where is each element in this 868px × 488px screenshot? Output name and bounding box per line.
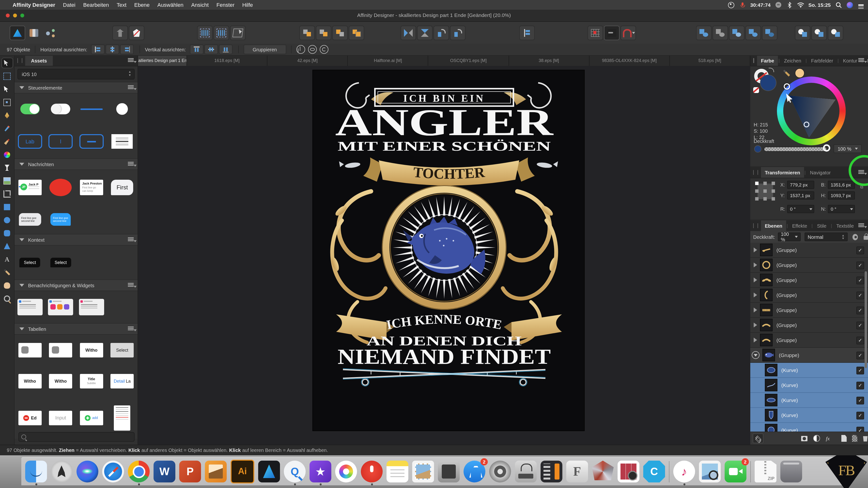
- rotate-ccw-button[interactable]: [434, 26, 449, 40]
- lock-icon[interactable]: [864, 236, 868, 240]
- pencil-tool[interactable]: [2, 123, 12, 133]
- assets-tab[interactable]: Assets: [25, 55, 53, 66]
- layer-visibility-checkbox[interactable]: ✓: [857, 277, 864, 284]
- artistic-text-tool[interactable]: A: [2, 254, 12, 264]
- ellipse-tool[interactable]: [2, 215, 12, 225]
- layer-name[interactable]: (Gruppe): [776, 337, 797, 343]
- order-backward-button[interactable]: [316, 26, 331, 40]
- asset-item-field-dash[interactable]: [80, 134, 104, 149]
- insert-erase-button[interactable]: [129, 26, 144, 40]
- layer-row[interactable]: (Gruppe)✓: [750, 243, 868, 258]
- order-front-button[interactable]: [349, 26, 364, 40]
- layer-row[interactable]: (Gruppe)✓: [750, 333, 868, 348]
- dock-app-preview[interactable]: [699, 461, 721, 482]
- document-tab[interactable]: 42.eps [M]: [268, 55, 348, 66]
- dock-app-powerpoint[interactable]: P: [179, 461, 201, 482]
- layer-name[interactable]: (Gruppe): [779, 352, 799, 358]
- dock-app-word[interactable]: W: [154, 461, 175, 482]
- asset-item-toggle-on[interactable]: [20, 104, 40, 114]
- dock-app-launchpad[interactable]: [51, 461, 73, 482]
- layer-name[interactable]: (Kurve): [781, 412, 798, 418]
- asset-item-picker-list[interactable]: [112, 134, 133, 149]
- transform-input-h[interactable]: 1093,7 px: [828, 191, 855, 200]
- opacity-slider[interactable]: [764, 147, 827, 152]
- asset-section-header[interactable]: Kontext: [14, 234, 137, 246]
- dock-app-sysprefs[interactable]: [489, 461, 511, 482]
- tab-farbe[interactable]: Farbe: [757, 55, 778, 66]
- menu-item-hilfe[interactable]: Hilfe: [242, 2, 253, 8]
- layer-row[interactable]: (Kurve)✓: [750, 378, 868, 393]
- canvas[interactable]: ICH BIN EIN ANGLER MIT EINER SCHÖNEN: [138, 66, 750, 445]
- layer-row[interactable]: (Kurve)✓: [750, 393, 868, 408]
- layer-name[interactable]: (Gruppe): [776, 262, 797, 268]
- move-tool[interactable]: [2, 58, 12, 68]
- insert-carve-button[interactable]: [113, 26, 128, 40]
- expand-icon[interactable]: [754, 323, 757, 328]
- transform-input-r[interactable]: 0 °: [787, 205, 814, 213]
- dock-app-safari[interactable]: [102, 461, 124, 482]
- dock-app-screenshot[interactable]: [438, 461, 460, 482]
- document-tab[interactable]: Halftone.ai [M]: [348, 55, 428, 66]
- microphone-icon[interactable]: [739, 1, 746, 8]
- asset-section-header[interactable]: Nachrichten: [14, 158, 137, 170]
- dock-app-facetime[interactable]: 2: [724, 461, 746, 482]
- layer-visibility-checkbox[interactable]: ✓: [857, 292, 864, 299]
- document-tab[interactable]: 518.eps [M]: [670, 55, 750, 66]
- collapse-icon[interactable]: [752, 351, 760, 359]
- layer-visibility-checkbox[interactable]: ✓: [857, 352, 864, 359]
- menu-item-datei[interactable]: Datei: [63, 2, 75, 8]
- color-panel-grip[interactable]: [753, 58, 754, 63]
- layer-opacity-field[interactable]: 100 %: [778, 233, 801, 241]
- fill-stroke-swatches[interactable]: [754, 69, 776, 91]
- layer-visibility-checkbox[interactable]: ✓: [857, 337, 864, 344]
- link-dimensions-icon[interactable]: ⧉: [860, 185, 864, 195]
- eyedropper-icon[interactable]: [783, 70, 790, 77]
- asset-item-bubble-blue[interactable]: First line goesecond line: [51, 213, 71, 225]
- assets-menu-icon[interactable]: [128, 58, 134, 62]
- asset-item-cell-add[interactable]: add: [80, 411, 103, 425]
- section-menu-icon[interactable]: [128, 283, 134, 287]
- assets-search-input[interactable]: [19, 432, 135, 442]
- dock-app-camtasia[interactable]: C: [643, 461, 665, 482]
- dock-app-trash[interactable]: [780, 461, 802, 482]
- asset-item-ctx-select[interactable]: Select: [20, 258, 40, 267]
- dock-app-chrome[interactable]: [128, 461, 150, 482]
- asset-item-slider-line[interactable]: [81, 108, 103, 110]
- order-back-button[interactable]: [299, 26, 315, 40]
- asset-item-msg-card[interactable]: JPJack P: [19, 179, 42, 195]
- snap-grid-button[interactable]: [588, 26, 603, 40]
- layer-visibility-checkbox[interactable]: ✓: [857, 427, 864, 432]
- expand-icon[interactable]: [754, 247, 757, 252]
- asset-section-header[interactable]: Steuerelemente: [14, 82, 137, 93]
- asset-item-cell-detail[interactable]: DetailLa: [111, 374, 134, 389]
- insert-front-button[interactable]: [828, 26, 843, 40]
- asset-item-knob[interactable]: [117, 103, 128, 115]
- panel-menu-icon[interactable]: [858, 223, 864, 227]
- adjustment-layer-icon[interactable]: [813, 435, 820, 442]
- control-center-icon[interactable]: [857, 1, 864, 8]
- transform-input-b[interactable]: 1351,6 px: [828, 181, 855, 189]
- menubar-clock[interactable]: So. 15:25: [808, 2, 831, 8]
- grid-small-button[interactable]: [197, 26, 213, 40]
- align-right-button[interactable]: [120, 44, 134, 54]
- artboard[interactable]: ICH BIN EIN ANGLER MIT EINER SCHÖNEN: [313, 70, 584, 431]
- opacity-value-field[interactable]: 100 %: [834, 144, 862, 153]
- tab-navigator[interactable]: Navigator: [806, 167, 835, 178]
- dock-app-diskutil[interactable]: [515, 461, 537, 482]
- new-layer-icon[interactable]: [841, 435, 847, 442]
- menu-item-fenster[interactable]: Fenster: [217, 2, 235, 8]
- opacity-slider-knob[interactable]: [823, 144, 830, 152]
- vector-brush-tool[interactable]: [2, 136, 12, 146]
- insert-behind-button[interactable]: [795, 26, 810, 40]
- layers-scrollbar[interactable]: [865, 271, 867, 368]
- asset-item-cell-title[interactable]: TitleSubtitle: [80, 374, 103, 389]
- asset-item-toggle-off[interactable]: [51, 104, 70, 114]
- dock-app-fontbook[interactable]: F: [566, 461, 588, 482]
- affinity-logo-button[interactable]: [10, 26, 25, 40]
- layer-visibility-checkbox[interactable]: ✓: [857, 382, 864, 390]
- expand-icon[interactable]: [754, 278, 757, 282]
- layer-row[interactable]: (Gruppe)✓: [750, 348, 868, 363]
- tab-ebenen[interactable]: Ebenen: [761, 220, 786, 231]
- rectangle-tool[interactable]: [2, 202, 12, 212]
- tab-stile[interactable]: Stile: [813, 220, 831, 231]
